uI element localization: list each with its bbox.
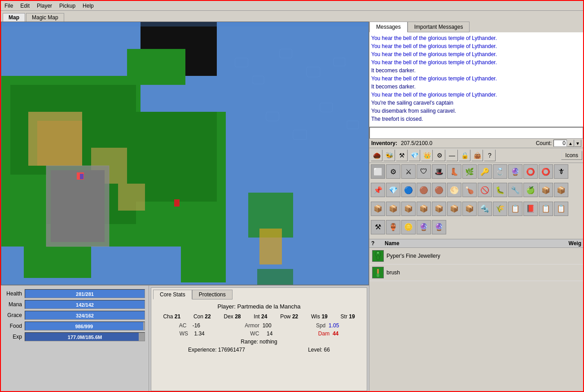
map-svg	[1, 22, 369, 285]
inv-cell-3-11[interactable]: 🔮	[417, 220, 431, 234]
tab-map[interactable]: Map	[3, 13, 25, 22]
inv-cell-3-2[interactable]: 🔩	[478, 202, 492, 216]
inv-cell-2-10[interactable]: 📦	[432, 202, 446, 216]
bottom-stats-area: Health 281/281 Mana 142/142	[1, 285, 369, 392]
inv-cell-2-1[interactable]: 🐛	[493, 183, 507, 197]
inv-cell-0-7[interactable]: 🔑	[478, 164, 492, 179]
attr-dex: Dex 28	[224, 313, 241, 320]
menu-pickup[interactable]: Pickup	[56, 2, 79, 10]
inv-scroll-down[interactable]: ▼	[574, 140, 581, 147]
inv-btn-question[interactable]: ?	[484, 150, 496, 161]
svg-rect-29	[1, 22, 369, 26]
inventory-label: Inventory:	[371, 140, 397, 146]
svg-rect-25	[1, 247, 24, 285]
inv-cell-0-6[interactable]: 🌿	[462, 164, 477, 179]
inv-cell-0-4[interactable]: 🎩	[432, 164, 446, 179]
inv-btn-gear[interactable]: ⚙	[434, 150, 445, 161]
attr-str: Str 19	[341, 313, 355, 320]
grace-row: Grace 324/162	[4, 311, 145, 320]
food-bar-container: 986/999	[25, 322, 145, 330]
inv-cell-3-5[interactable]: 📕	[523, 202, 538, 216]
inv-btn-gem[interactable]: 💎	[408, 150, 420, 161]
inv-cell-0-0[interactable]: ⬜	[371, 164, 385, 179]
msg-line-6: It becomes darker.	[371, 83, 581, 91]
inv-cell-2-7[interactable]: 📦	[386, 202, 400, 216]
you-see-item-1[interactable]: brush	[369, 264, 583, 281]
inv-cell-3-10[interactable]: 🪙	[401, 220, 416, 234]
inv-cell-2-5[interactable]: 📦	[554, 183, 568, 197]
chat-input[interactable]	[369, 127, 583, 139]
inv-cell-3-7[interactable]: 📋	[554, 202, 568, 216]
inv-cell-2-6[interactable]: 📦	[371, 202, 385, 216]
inv-scroll-up[interactable]: ▲	[567, 140, 574, 147]
svg-rect-31	[174, 199, 180, 207]
tab-important-messages[interactable]: Important Messages	[408, 22, 470, 32]
inv-cell-1-3[interactable]: 💎	[386, 183, 400, 197]
core-tabs: Core Stats Protections	[153, 290, 365, 300]
menu-player[interactable]: Player	[33, 2, 56, 10]
svg-rect-27	[257, 269, 293, 285]
inv-cell-2-8[interactable]: 📦	[401, 202, 416, 216]
food-row: Food 986/999	[4, 322, 145, 330]
inv-cell-1-0[interactable]: ⭕	[539, 164, 553, 179]
armor-stat: Armor 100	[245, 322, 271, 329]
tab-magic-map[interactable]: Magic Map	[26, 13, 64, 22]
exp-info-row: Experience: 176961477 Level: 66	[157, 347, 361, 353]
inv-cell-2-4[interactable]: 📦	[539, 183, 553, 197]
inv-btn-dash[interactable]: —	[446, 150, 458, 161]
health-value: 281/281	[25, 290, 145, 299]
svg-point-46	[377, 273, 379, 277]
inv-cell-3-1[interactable]: 📦	[462, 202, 477, 216]
you-see-item-0[interactable]: Pyper's Fine Jewellery	[369, 248, 583, 264]
inv-cell-2-3[interactable]: 🍏	[523, 183, 538, 197]
inv-cell-3-3[interactable]: 🌾	[493, 202, 507, 216]
inv-cell-1-4[interactable]: 🔵	[401, 183, 416, 197]
inv-btn-crown[interactable]: 👑	[421, 150, 433, 161]
inv-cell-3-8[interactable]: ⚒	[371, 220, 385, 234]
tab-protections[interactable]: Protections	[192, 290, 233, 300]
inv-cell-3-4[interactable]: 📋	[508, 202, 523, 216]
inv-cell-3-9[interactable]: 🏺	[386, 220, 400, 234]
inv-btn-bee[interactable]: 🐝	[383, 150, 395, 161]
you-see-col-weight: Weig	[554, 240, 581, 247]
inv-btn-bag[interactable]: 👜	[471, 150, 483, 161]
exp-bar-container: 177.0M/185.6M	[25, 332, 145, 341]
game-map[interactable]	[1, 22, 369, 285]
you-see-col-name: Name	[385, 240, 554, 247]
inv-icons-button[interactable]: Icons	[561, 151, 582, 160]
chat-input-area	[369, 127, 583, 139]
tab-core-stats[interactable]: Core Stats	[153, 290, 192, 300]
inv-btn-acorn[interactable]: 🌰	[371, 150, 382, 161]
inv-cell-3-0[interactable]: 📦	[447, 202, 461, 216]
menu-file[interactable]: File	[1, 2, 17, 10]
inv-cell-1-8[interactable]: 🍗	[462, 183, 477, 197]
inv-cell-2-0[interactable]: 🚫	[478, 183, 492, 197]
inv-cell-0-10[interactable]: ⭕	[523, 164, 538, 179]
inv-cell-1-5[interactable]: 🟤	[417, 183, 431, 197]
inv-cell-4-0[interactable]: 🔮	[432, 220, 446, 234]
attributes-row: Cha 21 Con 22 Dex 28 Int 24 Pow 22 Wis 1…	[157, 313, 361, 320]
inv-cell-1-7[interactable]: 🌕	[447, 183, 461, 197]
inv-btn-tools[interactable]: ⚒	[396, 150, 408, 161]
inv-cell-1-1[interactable]: 🗡	[554, 164, 568, 179]
inv-cell-0-3[interactable]: 🛡	[417, 164, 431, 179]
range-row: Range: nothing	[157, 339, 361, 345]
inv-cell-1-6[interactable]: 🟤	[432, 183, 446, 197]
you-see-area: ? Name Weig Pyper's Fine Jewellery	[369, 239, 583, 392]
tab-messages[interactable]: Messages	[369, 22, 408, 32]
inv-cell-3-6[interactable]: 📋	[539, 202, 553, 216]
inv-cell-0-9[interactable]: 🔮	[508, 164, 523, 179]
inv-btn-lock[interactable]: 🔒	[459, 150, 470, 161]
inv-cell-0-1[interactable]: ⚙	[386, 164, 400, 179]
menu-edit[interactable]: Edit	[17, 2, 33, 10]
inv-cell-2-2[interactable]: 🔧	[508, 183, 523, 197]
menu-help[interactable]: Help	[79, 2, 97, 10]
inv-cell-0-5[interactable]: 👢	[447, 164, 461, 179]
inv-cell-2-9[interactable]: 📦	[417, 202, 431, 216]
inv-cell-0-8[interactable]: 💍	[493, 164, 507, 179]
svg-rect-19	[118, 184, 145, 211]
msg-line-2: You hear the bell of the glorious temple…	[371, 50, 581, 58]
inv-cell-1-2[interactable]: 📌	[371, 183, 385, 197]
core-content: Player: Partmedia de la Mancha Cha 21 Co…	[153, 301, 365, 355]
inv-cell-0-2[interactable]: ⚔	[401, 164, 416, 179]
